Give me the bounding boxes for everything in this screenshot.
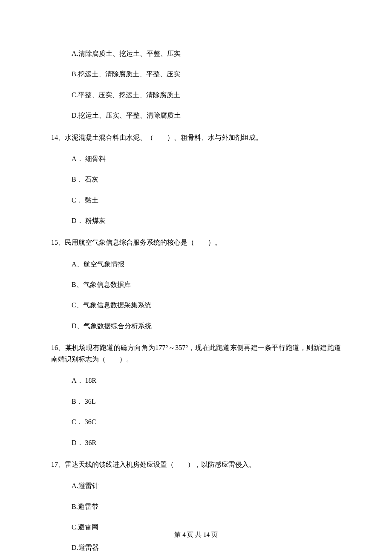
page-footer: 第 4 页 共 14 页: [0, 531, 392, 539]
q16-option-a: A． 18R: [72, 376, 341, 385]
q16-options: A． 18R B． 36L C． 36C D． 36R: [72, 376, 341, 448]
q13-option-c: C.平整、压实、挖运土、清除腐质土: [72, 90, 341, 100]
q14-option-c: C． 黏土: [72, 196, 341, 205]
q15-text: 15、民用航空气象信息综合服务系统的核心是（ ）。: [51, 237, 341, 248]
q13-option-b: B.挖运土、清除腐质土、平整、压实: [72, 69, 341, 79]
q17-options: A.避雷针 B.避雷带 C.避雷网 D.避雷器: [72, 481, 341, 553]
q14-options: A． 细骨料 B． 石灰 C． 黏土 D． 粉煤灰: [72, 154, 341, 226]
q16-option-d: D． 36R: [72, 438, 341, 448]
q13-option-a: A.清除腐质土、挖运土、平整、压实: [72, 49, 341, 58]
q14-option-a: A． 细骨料: [72, 154, 341, 164]
q16-text: 16、某机场现有跑道的磁方向角为177°～357°，现在此跑道东侧再建一条平行跑…: [51, 342, 341, 365]
q15-option-d: D、气象数据综合分析系统: [72, 321, 341, 331]
q13-options: A.清除腐质土、挖运土、平整、压实 B.挖运土、清除腐质土、平整、压实 C.平整…: [72, 49, 341, 121]
q16-option-b: B． 36L: [72, 397, 341, 406]
q14-option-d: D． 粉煤灰: [72, 216, 341, 225]
q15-block: 15、民用航空气象信息综合服务系统的核心是（ ）。 A、航空气象情报 B、气象信…: [51, 237, 341, 331]
q17-text: 17、雷达天线的馈线进入机房处应设置（ ），以防感应雷侵入。: [51, 459, 341, 470]
q14-option-b: B． 石灰: [72, 175, 341, 184]
q15-option-b: B、气象信息数据库: [72, 280, 341, 289]
q16-block: 16、某机场现有跑道的磁方向角为177°～357°，现在此跑道东侧再建一条平行跑…: [51, 342, 341, 448]
q15-option-c: C、气象信息数据采集系统: [72, 301, 341, 310]
q15-option-a: A、航空气象情报: [72, 260, 341, 269]
q15-options: A、航空气象情报 B、气象信息数据库 C、气象信息数据采集系统 D、气象数据综合…: [72, 260, 341, 331]
q17-option-d: D.避雷器: [72, 543, 341, 552]
q13-option-d: D.挖运土、压实、平整、清除腐质土: [72, 111, 341, 120]
q17-option-b: B.避雷带: [72, 502, 341, 512]
q14-text: 14、水泥混凝土混合料由水泥、（ ）、粗骨料、水与外加剂组成。: [51, 132, 341, 143]
q17-option-a: A.避雷针: [72, 481, 341, 491]
q14-block: 14、水泥混凝土混合料由水泥、（ ）、粗骨料、水与外加剂组成。 A． 细骨料 B…: [51, 132, 341, 226]
page-content: A.清除腐质土、挖运土、平整、压实 B.挖运土、清除腐质土、平整、压实 C.平整…: [0, 0, 392, 553]
q16-option-c: C． 36C: [72, 417, 341, 427]
